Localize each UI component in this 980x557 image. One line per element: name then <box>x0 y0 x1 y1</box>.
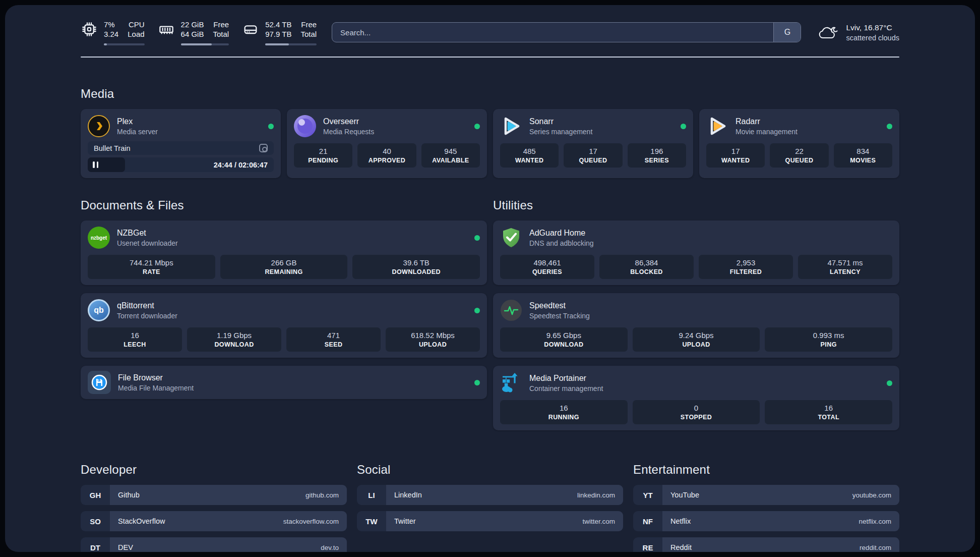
bookmark-group-title: Entertainment <box>633 463 899 477</box>
app-card-sonarr[interactable]: Sonarr Series management 485WANTED 17QUE… <box>493 109 693 178</box>
filebrowser-icon <box>88 371 111 394</box>
status-dot <box>268 124 274 129</box>
bookmark-item-youtube[interactable]: YT YouTubeyoutube.com <box>633 485 899 505</box>
app-description: Movie management <box>736 128 798 136</box>
status-dot <box>474 380 480 385</box>
stat-box: 40APPROVED <box>357 143 416 168</box>
bookmark-item-dev[interactable]: DT DEVdev.to <box>81 537 347 552</box>
pause-button[interactable] <box>93 161 98 168</box>
ram-total-label: Total <box>213 29 229 39</box>
bookmark-item-github[interactable]: GH Githubgithub.com <box>81 485 347 505</box>
bookmark-group-title: Social <box>357 463 623 477</box>
status-dot <box>474 308 480 313</box>
adguard-icon <box>500 227 522 249</box>
stat-box: 9.65 GbpsDOWNLOAD <box>500 327 628 352</box>
bookmark-item-linkedin[interactable]: LI LinkedInlinkedin.com <box>357 485 623 505</box>
weather-widget: Lviv, 16.87°C scattered clouds <box>816 23 899 42</box>
app-description: Media File Management <box>118 384 194 392</box>
disk-free-value: 52.4 TB <box>265 20 291 30</box>
session-icon <box>259 144 268 152</box>
stat-box: 21PENDING <box>294 143 352 168</box>
stat-box: 47.571 msLATENCY <box>798 255 892 279</box>
search-provider-button[interactable]: G <box>773 23 801 42</box>
app-description: DNS and adblocking <box>529 239 594 247</box>
app-description: Media Requests <box>323 128 374 136</box>
stat-box: 498,461QUERIES <box>500 255 594 279</box>
app-card-qbittorrent[interactable]: qb qBittorrent Torrent downloader 16LEEC… <box>81 293 487 358</box>
section-title-utilities: Utilities <box>493 198 899 212</box>
bookmark-name: LinkedIn <box>394 491 422 499</box>
bookmark-item-stackoverflow[interactable]: SO StackOverflowstackoverflow.com <box>81 511 347 531</box>
section-utilities: Utilities AdGuard Home DNS and adblockin… <box>493 198 899 430</box>
radarr-icon <box>706 115 728 137</box>
app-description: Series management <box>529 128 592 136</box>
app-card-adguard[interactable]: AdGuard Home DNS and adblocking 498,461Q… <box>493 220 899 285</box>
app-name: AdGuard Home <box>529 229 594 238</box>
bookmark-url: twitter.com <box>582 518 615 525</box>
memory-icon <box>158 21 175 38</box>
app-card-radarr[interactable]: Radarr Movie management 17WANTED 22QUEUE… <box>699 109 899 178</box>
now-playing: Bullet Train <box>88 141 274 155</box>
app-description: Speedtest Tracking <box>529 312 590 320</box>
bookmark-abbr: TW <box>357 511 386 531</box>
stat-box: 16RUNNING <box>500 400 628 424</box>
stat-box: 9.24 GbpsUPLOAD <box>633 327 760 352</box>
status-dot <box>474 235 480 241</box>
weather-location: Lviv, 16.87°C <box>846 23 899 32</box>
app-name: File Browser <box>118 373 194 382</box>
app-description: Torrent downloader <box>117 312 177 320</box>
bookmark-group-title: Developer <box>81 463 347 477</box>
ram-total-value: 64 GiB <box>181 29 204 39</box>
stat-box: 17QUEUED <box>564 143 622 168</box>
bookmark-abbr: DT <box>81 537 110 552</box>
bookmark-group-social: Social LI LinkedInlinkedin.com TW Twitte… <box>357 463 623 552</box>
disk-total-value: 97.9 TB <box>265 29 291 39</box>
search-input[interactable] <box>332 23 773 42</box>
app-card-nzbget[interactable]: nzbget NZBGet Usenet downloader 744.21 M… <box>81 220 487 285</box>
bookmark-abbr: GH <box>81 485 110 505</box>
portainer-icon <box>500 372 522 394</box>
app-name: NZBGet <box>117 229 178 238</box>
app-card-filebrowser[interactable]: File Browser Media File Management <box>81 366 487 399</box>
app-card-overseerr[interactable]: Overseerr Media Requests 21PENDING 40APP… <box>287 109 487 178</box>
bookmark-abbr: NF <box>633 511 662 531</box>
qbittorrent-icon: qb <box>88 299 110 321</box>
stat-box: 945AVAILABLE <box>421 143 480 168</box>
cpu-widget: 7% CPU 3.24 Load <box>81 20 145 45</box>
cpu-load-value: 3.24 <box>104 29 118 39</box>
cpu-icon <box>81 21 98 38</box>
cpu-usage-value: 7% <box>104 20 118 30</box>
status-dot <box>474 124 480 129</box>
app-name: Speedtest <box>529 301 590 310</box>
stat-box: 744.21 MbpsRATE <box>88 255 215 279</box>
speedtest-icon <box>500 299 522 321</box>
app-name: Radarr <box>736 117 798 126</box>
disk-usage-bar <box>265 43 317 45</box>
top-bar: 7% CPU 3.24 Load 22 GiB Free 64 GiB Tota… <box>81 20 899 44</box>
app-card-speedtest[interactable]: Speedtest Speedtest Tracking 9.65 GbpsDO… <box>493 293 899 358</box>
app-name: Overseerr <box>323 117 374 126</box>
bookmark-name: Twitter <box>394 517 416 525</box>
bookmark-item-twitter[interactable]: TW Twittertwitter.com <box>357 511 623 531</box>
ram-usage-bar <box>181 43 229 45</box>
app-card-portainer[interactable]: Media Portainer Container management 16R… <box>493 366 899 430</box>
bookmark-name: Github <box>118 491 140 499</box>
app-card-plex[interactable]: Plex Media server Bullet Train 24:44 / 0… <box>81 109 281 178</box>
stat-box: 485WANTED <box>500 143 559 168</box>
stat-box: 39.6 TBDOWNLOADED <box>352 255 480 279</box>
section-documents: Documents & Files nzbget NZBGet Usenet d… <box>81 198 487 399</box>
stat-box: 16LEECH <box>88 327 182 352</box>
system-widgets: 7% CPU 3.24 Load 22 GiB Free 64 GiB Tota… <box>81 20 317 45</box>
section-media: Media Plex Media server Bullet Train <box>81 87 899 178</box>
bookmark-item-reddit[interactable]: RE Redditreddit.com <box>633 537 899 552</box>
app-description: Usenet downloader <box>117 239 178 247</box>
stat-box: 22QUEUED <box>770 143 828 168</box>
stat-box: 86,384BLOCKED <box>599 255 694 279</box>
memory-widget: 22 GiB Free 64 GiB Total <box>158 20 229 45</box>
bookmark-url: netflix.com <box>859 518 891 525</box>
bookmark-item-netflix[interactable]: NF Netflixnetflix.com <box>633 511 899 531</box>
dashboard: 7% CPU 3.24 Load 22 GiB Free 64 GiB Tota… <box>5 5 975 552</box>
pause-icon <box>93 161 95 168</box>
bookmark-abbr: RE <box>633 537 662 552</box>
bookmark-abbr: YT <box>633 485 662 505</box>
